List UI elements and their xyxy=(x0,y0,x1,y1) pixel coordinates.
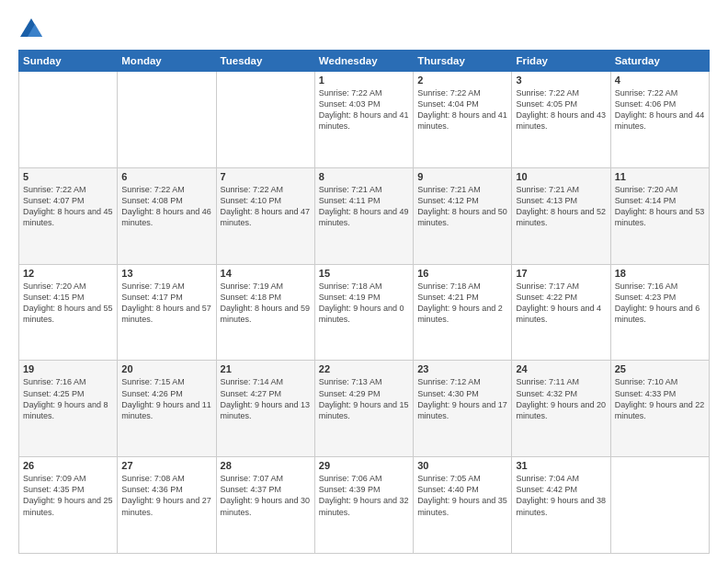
day-info: Sunrise: 7:22 AM Sunset: 4:07 PM Dayligh… xyxy=(23,184,113,229)
calendar-cell: 19Sunrise: 7:16 AM Sunset: 4:25 PM Dayli… xyxy=(19,361,118,457)
logo xyxy=(18,17,47,42)
day-number: 16 xyxy=(417,268,507,279)
calendar-cell: 13Sunrise: 7:19 AM Sunset: 4:17 PM Dayli… xyxy=(118,264,216,361)
calendar-header-saturday: Saturday xyxy=(610,51,709,72)
calendar-cell: 10Sunrise: 7:21 AM Sunset: 4:13 PM Dayli… xyxy=(512,167,610,264)
calendar-cell: 23Sunrise: 7:12 AM Sunset: 4:30 PM Dayli… xyxy=(414,361,512,457)
day-number: 5 xyxy=(23,171,113,182)
day-number: 25 xyxy=(615,363,705,374)
calendar-cell: 14Sunrise: 7:19 AM Sunset: 4:18 PM Dayli… xyxy=(216,264,314,361)
day-info: Sunrise: 7:21 AM Sunset: 4:11 PM Dayligh… xyxy=(319,184,409,229)
day-info: Sunrise: 7:21 AM Sunset: 4:12 PM Dayligh… xyxy=(417,184,507,229)
calendar-cell: 1Sunrise: 7:22 AM Sunset: 4:03 PM Daylig… xyxy=(314,72,413,168)
day-info: Sunrise: 7:05 AM Sunset: 4:40 PM Dayligh… xyxy=(417,473,507,518)
day-number: 14 xyxy=(221,268,311,279)
calendar-header-monday: Monday xyxy=(118,51,216,72)
day-info: Sunrise: 7:13 AM Sunset: 4:29 PM Dayligh… xyxy=(319,376,409,421)
calendar-cell: 9Sunrise: 7:21 AM Sunset: 4:12 PM Daylig… xyxy=(414,167,512,264)
calendar-cell: 15Sunrise: 7:18 AM Sunset: 4:19 PM Dayli… xyxy=(314,264,413,361)
calendar-header-friday: Friday xyxy=(512,51,610,72)
header xyxy=(18,17,710,42)
day-number: 22 xyxy=(319,363,409,374)
calendar-week-2: 5Sunrise: 7:22 AM Sunset: 4:07 PM Daylig… xyxy=(19,167,710,264)
day-info: Sunrise: 7:20 AM Sunset: 4:14 PM Dayligh… xyxy=(615,184,705,229)
calendar-cell: 2Sunrise: 7:22 AM Sunset: 4:04 PM Daylig… xyxy=(414,72,512,168)
calendar-cell: 18Sunrise: 7:16 AM Sunset: 4:23 PM Dayli… xyxy=(610,264,709,361)
day-info: Sunrise: 7:04 AM Sunset: 4:42 PM Dayligh… xyxy=(516,473,606,518)
day-number: 21 xyxy=(221,363,311,374)
calendar-cell: 11Sunrise: 7:20 AM Sunset: 4:14 PM Dayli… xyxy=(610,167,709,264)
calendar-cell: 25Sunrise: 7:10 AM Sunset: 4:33 PM Dayli… xyxy=(610,361,709,457)
page: SundayMondayTuesdayWednesdayThursdayFrid… xyxy=(0,0,728,563)
day-number: 2 xyxy=(417,75,507,86)
calendar-cell: 20Sunrise: 7:15 AM Sunset: 4:26 PM Dayli… xyxy=(118,361,216,457)
day-info: Sunrise: 7:15 AM Sunset: 4:26 PM Dayligh… xyxy=(121,376,211,421)
calendar-cell: 5Sunrise: 7:22 AM Sunset: 4:07 PM Daylig… xyxy=(19,167,118,264)
calendar-cell: 3Sunrise: 7:22 AM Sunset: 4:05 PM Daylig… xyxy=(512,72,610,168)
day-number: 8 xyxy=(319,171,409,182)
calendar-cell: 12Sunrise: 7:20 AM Sunset: 4:15 PM Dayli… xyxy=(19,264,118,361)
calendar-cell: 16Sunrise: 7:18 AM Sunset: 4:21 PM Dayli… xyxy=(414,264,512,361)
day-info: Sunrise: 7:22 AM Sunset: 4:08 PM Dayligh… xyxy=(121,184,211,229)
day-number: 7 xyxy=(221,171,311,182)
calendar-cell: 17Sunrise: 7:17 AM Sunset: 4:22 PM Dayli… xyxy=(512,264,610,361)
day-info: Sunrise: 7:06 AM Sunset: 4:39 PM Dayligh… xyxy=(319,473,409,518)
calendar-cell xyxy=(610,457,709,554)
calendar-cell: 31Sunrise: 7:04 AM Sunset: 4:42 PM Dayli… xyxy=(512,457,610,554)
day-info: Sunrise: 7:20 AM Sunset: 4:15 PM Dayligh… xyxy=(23,281,113,326)
calendar-cell xyxy=(118,72,216,168)
day-info: Sunrise: 7:11 AM Sunset: 4:32 PM Dayligh… xyxy=(516,376,606,421)
day-info: Sunrise: 7:09 AM Sunset: 4:35 PM Dayligh… xyxy=(23,473,113,518)
calendar-cell: 28Sunrise: 7:07 AM Sunset: 4:37 PM Dayli… xyxy=(216,457,314,554)
day-number: 23 xyxy=(417,363,507,374)
day-info: Sunrise: 7:12 AM Sunset: 4:30 PM Dayligh… xyxy=(417,376,507,421)
calendar-cell: 24Sunrise: 7:11 AM Sunset: 4:32 PM Dayli… xyxy=(512,361,610,457)
day-number: 18 xyxy=(615,268,705,279)
calendar-cell: 30Sunrise: 7:05 AM Sunset: 4:40 PM Dayli… xyxy=(414,457,512,554)
day-info: Sunrise: 7:22 AM Sunset: 4:03 PM Dayligh… xyxy=(319,87,409,132)
day-info: Sunrise: 7:18 AM Sunset: 4:19 PM Dayligh… xyxy=(319,281,409,326)
calendar-header-wednesday: Wednesday xyxy=(314,51,413,72)
day-number: 3 xyxy=(516,75,606,86)
day-number: 17 xyxy=(516,268,606,279)
calendar-cell: 29Sunrise: 7:06 AM Sunset: 4:39 PM Dayli… xyxy=(314,457,413,554)
calendar-cell: 22Sunrise: 7:13 AM Sunset: 4:29 PM Dayli… xyxy=(314,361,413,457)
calendar-cell: 7Sunrise: 7:22 AM Sunset: 4:10 PM Daylig… xyxy=(216,167,314,264)
day-number: 31 xyxy=(516,460,606,471)
calendar-cell: 6Sunrise: 7:22 AM Sunset: 4:08 PM Daylig… xyxy=(118,167,216,264)
calendar-week-1: 1Sunrise: 7:22 AM Sunset: 4:03 PM Daylig… xyxy=(19,72,710,168)
day-number: 24 xyxy=(516,363,606,374)
calendar-cell xyxy=(19,72,118,168)
calendar-cell: 26Sunrise: 7:09 AM Sunset: 4:35 PM Dayli… xyxy=(19,457,118,554)
calendar-header-row: SundayMondayTuesdayWednesdayThursdayFrid… xyxy=(19,51,710,72)
day-number: 10 xyxy=(516,171,606,182)
day-info: Sunrise: 7:14 AM Sunset: 4:27 PM Dayligh… xyxy=(221,376,311,421)
calendar-week-4: 19Sunrise: 7:16 AM Sunset: 4:25 PM Dayli… xyxy=(19,361,710,457)
day-number: 27 xyxy=(121,460,211,471)
day-number: 11 xyxy=(615,171,705,182)
day-info: Sunrise: 7:18 AM Sunset: 4:21 PM Dayligh… xyxy=(417,281,507,326)
day-info: Sunrise: 7:22 AM Sunset: 4:10 PM Dayligh… xyxy=(221,184,311,229)
day-info: Sunrise: 7:17 AM Sunset: 4:22 PM Dayligh… xyxy=(516,281,606,326)
day-number: 15 xyxy=(319,268,409,279)
day-info: Sunrise: 7:22 AM Sunset: 4:04 PM Dayligh… xyxy=(417,87,507,132)
calendar-cell: 21Sunrise: 7:14 AM Sunset: 4:27 PM Dayli… xyxy=(216,361,314,457)
day-info: Sunrise: 7:22 AM Sunset: 4:06 PM Dayligh… xyxy=(615,87,705,132)
calendar-cell: 27Sunrise: 7:08 AM Sunset: 4:36 PM Dayli… xyxy=(118,457,216,554)
calendar-header-thursday: Thursday xyxy=(414,51,512,72)
calendar-cell: 4Sunrise: 7:22 AM Sunset: 4:06 PM Daylig… xyxy=(610,72,709,168)
logo-icon xyxy=(18,17,44,42)
day-info: Sunrise: 7:07 AM Sunset: 4:37 PM Dayligh… xyxy=(221,473,311,518)
day-number: 26 xyxy=(23,460,113,471)
day-number: 28 xyxy=(221,460,311,471)
day-info: Sunrise: 7:22 AM Sunset: 4:05 PM Dayligh… xyxy=(516,87,606,132)
day-number: 9 xyxy=(417,171,507,182)
day-number: 6 xyxy=(121,171,211,182)
day-info: Sunrise: 7:08 AM Sunset: 4:36 PM Dayligh… xyxy=(121,473,211,518)
calendar-header-sunday: Sunday xyxy=(19,51,118,72)
day-number: 19 xyxy=(23,363,113,374)
calendar-cell: 8Sunrise: 7:21 AM Sunset: 4:11 PM Daylig… xyxy=(314,167,413,264)
day-number: 4 xyxy=(615,75,705,86)
day-number: 20 xyxy=(121,363,211,374)
day-info: Sunrise: 7:19 AM Sunset: 4:17 PM Dayligh… xyxy=(121,281,211,326)
